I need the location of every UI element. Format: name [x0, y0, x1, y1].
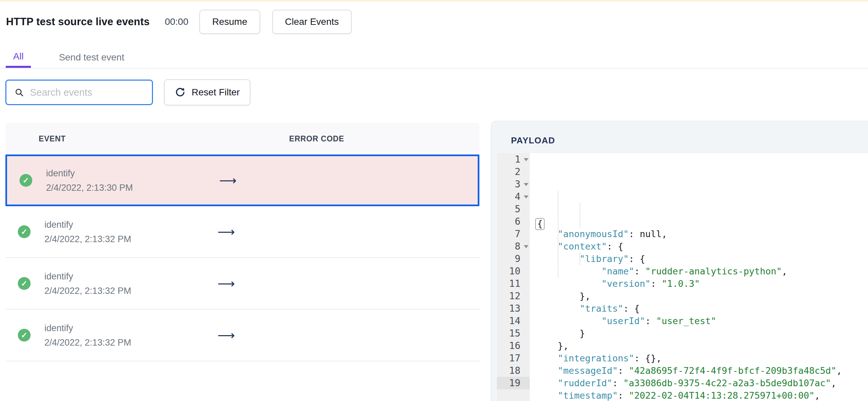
indent-guide — [580, 253, 580, 265]
line-number: 10 — [497, 265, 530, 277]
line-number: 18 — [497, 364, 530, 377]
reset-filter-button[interactable]: Reset Filter — [164, 79, 250, 105]
event-name: identify — [44, 219, 131, 230]
fold-chevron-down-icon[interactable] — [524, 158, 528, 161]
event-row[interactable]: ✓ identify 2/4/2022, 2:13:30 PM ⟶ — [5, 155, 479, 206]
event-timestamp: 2/4/2022, 2:13:30 PM — [46, 182, 133, 194]
payload-panel: PAYLOAD 12345678910111213141516171819 { … — [491, 121, 868, 401]
event-timestamp: 2/4/2022, 2:13:32 PM — [44, 285, 131, 297]
payload-panel-title: PAYLOAD — [511, 135, 868, 146]
code-line: "rudderId": "a33086db-9375-4c22-a2a3-b5d… — [536, 377, 868, 389]
code-line: "name": "rudder-analytics-python", — [536, 265, 868, 277]
event-timestamp: 2/4/2022, 2:13:32 PM — [44, 233, 131, 245]
code-line: "version": "1.0.3" — [536, 277, 868, 290]
line-number: 1 — [497, 153, 530, 166]
code-line: "traits": { — [536, 302, 868, 315]
code-line: "integrations": {}, — [536, 352, 868, 364]
line-number: 16 — [497, 339, 530, 352]
resume-button[interactable]: Resume — [199, 10, 260, 34]
timer-value: 00:00 — [165, 16, 188, 27]
line-number: 19 — [497, 377, 530, 389]
line-number: 7 — [497, 228, 530, 240]
code-line: }, — [536, 339, 868, 352]
arrow-right-icon: ⟶ — [217, 329, 235, 342]
fold-chevron-down-icon[interactable] — [524, 183, 528, 186]
event-row[interactable]: ✓ identify 2/4/2022, 2:13:32 PM ⟶ — [5, 206, 479, 258]
events-table: EVENT ERROR CODE ✓ identify 2/4/2022, 2:… — [5, 123, 479, 361]
code-line: "messageId": "42a8695f-72f4-4f9f-bfcf-20… — [536, 364, 868, 377]
success-check-icon: ✓ — [20, 174, 32, 187]
event-name: identify — [44, 323, 131, 334]
line-number: 12 — [497, 290, 530, 302]
search-box[interactable] — [5, 79, 153, 105]
event-cell: identify 2/4/2022, 2:13:30 PM — [46, 168, 133, 194]
event-row[interactable]: ✓ identify 2/4/2022, 2:13:32 PM ⟶ — [5, 310, 479, 361]
success-check-icon: ✓ — [18, 277, 31, 290]
line-number: 2 — [497, 166, 530, 178]
events-table-header: EVENT ERROR CODE — [5, 123, 479, 155]
line-number: 15 — [497, 327, 530, 339]
success-check-icon: ✓ — [18, 329, 31, 341]
code-line: "userId": "user_test" — [536, 315, 868, 327]
code-line: "context": { — [536, 240, 868, 253]
arrow-right-icon: ⟶ — [217, 277, 235, 291]
line-number: 5 — [497, 203, 530, 215]
event-cell: identify 2/4/2022, 2:13:32 PM — [44, 271, 131, 297]
code-line: "library": { — [536, 253, 868, 265]
indent-guide — [580, 203, 580, 228]
code-line: "timestamp": "2022-02-04T14:13:28.275971… — [536, 389, 868, 401]
line-number: 17 — [497, 352, 530, 364]
events-table-body: ✓ identify 2/4/2022, 2:13:30 PM ⟶ ✓ iden… — [5, 155, 479, 361]
line-number: 4 — [497, 191, 530, 203]
indent-guide — [558, 191, 558, 277]
json-code-editor[interactable]: 12345678910111213141516171819 { "anonymo… — [497, 153, 868, 401]
arrow-right-icon: ⟶ — [219, 174, 237, 188]
code-line: } — [536, 327, 868, 339]
line-number: 14 — [497, 315, 530, 327]
page-title: HTTP test source live events — [6, 16, 150, 28]
line-number: 3 — [497, 178, 530, 191]
search-input[interactable] — [29, 87, 152, 98]
editor-code-area[interactable]: { "anonymousId": null, "context": { "lib… — [530, 153, 868, 401]
code-line: { — [536, 215, 868, 228]
event-cell: identify 2/4/2022, 2:13:32 PM — [44, 323, 131, 348]
event-row[interactable]: ✓ identify 2/4/2022, 2:13:32 PM ⟶ — [5, 258, 479, 310]
search-icon — [14, 88, 24, 97]
line-number: 11 — [497, 277, 530, 290]
line-number: 6 — [497, 215, 530, 228]
event-cell: identify 2/4/2022, 2:13:32 PM — [44, 219, 131, 245]
tab-bar: All Send test event — [0, 47, 868, 68]
editor-gutter: 12345678910111213141516171819 — [497, 153, 530, 401]
top-accent-strip — [0, 0, 868, 2]
tab-all[interactable]: All — [6, 47, 31, 68]
tab-send-test-event[interactable]: Send test event — [59, 47, 124, 68]
fold-chevron-down-icon[interactable] — [524, 196, 528, 199]
clear-events-button[interactable]: Clear Events — [272, 10, 352, 34]
code-line: }, — [536, 290, 868, 302]
reset-filter-label: Reset Filter — [192, 87, 240, 98]
success-check-icon: ✓ — [18, 225, 31, 238]
column-header-event: EVENT — [39, 123, 66, 155]
page-header: HTTP test source live events 00:00 Resum… — [6, 9, 352, 35]
column-header-error-code: ERROR CODE — [289, 123, 344, 155]
event-name: identify — [44, 271, 131, 282]
fold-chevron-down-icon[interactable] — [524, 245, 528, 248]
refresh-icon — [175, 87, 186, 98]
line-number: 9 — [497, 253, 530, 265]
code-line: "anonymousId": null, — [536, 228, 868, 240]
event-name: identify — [46, 168, 133, 179]
line-number: 13 — [497, 302, 530, 315]
arrow-right-icon: ⟶ — [217, 225, 235, 239]
filter-row: Reset Filter — [5, 79, 250, 105]
event-timestamp: 2/4/2022, 2:13:32 PM — [44, 337, 131, 348]
line-number: 8 — [497, 240, 530, 253]
